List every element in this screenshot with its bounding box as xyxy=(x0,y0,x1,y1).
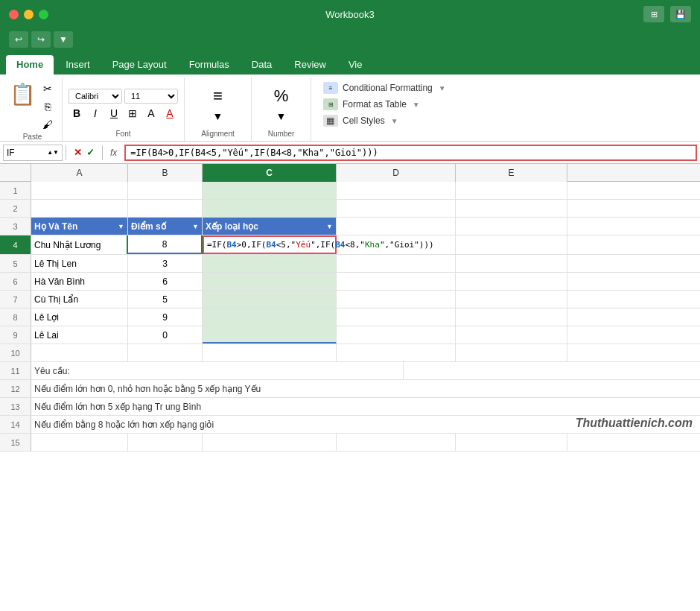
cell-b6[interactable]: 6 xyxy=(128,273,203,290)
col-header-b[interactable]: B xyxy=(128,164,203,182)
cell-a11[interactable]: Yêu cầu: xyxy=(31,362,404,379)
col-header-d[interactable]: D xyxy=(337,164,456,182)
col-header-a[interactable]: A xyxy=(31,164,128,182)
italic-icon[interactable]: I xyxy=(87,105,104,121)
tab-insert[interactable]: Insert xyxy=(55,55,101,75)
cut-icon[interactable]: ✂ xyxy=(39,80,56,97)
cell-b7[interactable]: 5 xyxy=(128,291,203,308)
cell-d9[interactable] xyxy=(337,326,456,344)
cell-a4[interactable]: Chu Nhật Lương xyxy=(31,235,128,254)
redo-icon[interactable]: ↪ xyxy=(31,31,51,48)
formula-input[interactable] xyxy=(124,145,697,161)
tab-review[interactable]: Review xyxy=(284,55,337,75)
percent-icon[interactable]: % xyxy=(274,86,289,106)
cell-d2[interactable] xyxy=(337,200,456,217)
cell-c6[interactable] xyxy=(203,273,337,290)
maximize-button[interactable] xyxy=(39,10,48,19)
cancel-formula-icon[interactable]: ✕ xyxy=(74,147,82,158)
tab-page-layout[interactable]: Page Layout xyxy=(102,55,177,75)
cell-d3[interactable] xyxy=(337,218,456,235)
border-icon[interactable]: ⊞ xyxy=(124,105,141,121)
cell-b1[interactable] xyxy=(128,182,203,199)
cell-c10[interactable] xyxy=(203,344,337,361)
cell-d6[interactable] xyxy=(337,273,456,290)
cell-b3[interactable]: Điểm số ▼ xyxy=(128,218,203,235)
number-dropdown-icon[interactable]: ▼ xyxy=(273,108,290,124)
cell-c3[interactable]: Xếp loại học ▼ xyxy=(203,218,337,235)
cell-c9[interactable] xyxy=(203,326,337,344)
cell-d5[interactable] xyxy=(337,255,456,272)
cell-b5[interactable]: 3 xyxy=(128,255,203,272)
cell-a14[interactable]: Nếu điểm bằng 8 hoặc lớn hơn xếp hạng gi… xyxy=(31,416,471,433)
cell-a3[interactable]: Họ Và Tên ▼ xyxy=(31,218,128,235)
cell-b10[interactable] xyxy=(128,344,203,361)
cell-e3[interactable] xyxy=(456,218,567,235)
cell-a9[interactable]: Lê Lai xyxy=(31,326,128,344)
cell-a1[interactable] xyxy=(31,182,128,199)
cell-e9[interactable] xyxy=(456,326,567,344)
alignment-dropdown-icon[interactable]: ▼ xyxy=(210,108,226,124)
cell-e7[interactable] xyxy=(456,291,567,308)
cell-e10[interactable] xyxy=(456,344,567,361)
font-color-icon[interactable]: A xyxy=(162,105,178,121)
cell-e5[interactable] xyxy=(456,255,567,272)
cell-a12[interactable]: Nếu điểm lớn hơn 0, nhỏ hơn hoặc bằng 5 … xyxy=(31,380,471,397)
col-header-e[interactable]: E xyxy=(456,164,567,182)
undo-icon[interactable]: ↩ xyxy=(9,31,28,48)
bold-icon[interactable]: B xyxy=(69,105,85,121)
confirm-formula-icon[interactable]: ✓ xyxy=(86,147,95,158)
font-size-selector[interactable]: 11 xyxy=(124,89,178,104)
format-as-table-item[interactable]: ⊞ Format as Table ▼ xyxy=(320,97,481,112)
cell-a6[interactable]: Hà Văn Bình xyxy=(31,273,128,290)
cell-styles-item[interactable]: ▦ Cell Styles ▼ xyxy=(320,113,481,128)
name-box[interactable]: IF ▲▼ xyxy=(3,145,63,161)
cell-e2[interactable] xyxy=(456,200,567,217)
cell-c8[interactable] xyxy=(203,308,337,326)
fill-color-icon[interactable]: A xyxy=(143,105,159,121)
tab-home[interactable]: Home xyxy=(6,55,54,75)
cell-c7[interactable] xyxy=(203,291,337,308)
cell-a10[interactable] xyxy=(31,344,128,361)
font-name-selector[interactable]: Calibri xyxy=(69,89,122,104)
close-button[interactable] xyxy=(9,10,19,19)
cell-a5[interactable]: Lê Thị Len xyxy=(31,255,128,272)
cell-e15[interactable] xyxy=(456,434,567,451)
window-controls[interactable] xyxy=(9,10,48,19)
cell-c5[interactable] xyxy=(203,255,337,272)
copy-icon[interactable]: ⎘ xyxy=(39,98,56,115)
cell-a7[interactable]: Cù Thị Lẩn xyxy=(31,291,128,308)
cell-d1[interactable] xyxy=(337,182,456,199)
cell-c4[interactable]: =IF(B4>0,IF(B4<5,"Yếu",IF(B4<8,"Kha","Gi… xyxy=(203,235,337,254)
cell-b2[interactable] xyxy=(128,200,203,217)
col-header-c[interactable]: C xyxy=(203,164,337,182)
cell-d15[interactable] xyxy=(337,434,456,451)
cell-c1[interactable] xyxy=(203,182,337,199)
cell-c15[interactable] xyxy=(203,434,337,451)
cell-e6[interactable] xyxy=(456,273,567,290)
minimize-button[interactable] xyxy=(24,10,34,19)
alignment-big-icon[interactable]: ≡ xyxy=(213,86,223,106)
cell-e8[interactable] xyxy=(456,308,567,326)
cell-a13[interactable]: Nếu điểm lớn hơn 5 xếp hạng Tr ung Bình xyxy=(31,398,471,415)
tab-view[interactable]: Vie xyxy=(338,55,373,75)
format-painter-icon[interactable]: 🖌 xyxy=(39,116,56,133)
cell-a8[interactable]: Lê Lợi xyxy=(31,308,128,326)
cell-d7[interactable] xyxy=(337,291,456,308)
cell-a15[interactable] xyxy=(31,434,128,451)
conditional-formatting-item[interactable]: ≡ Conditional Formatting ▼ xyxy=(320,80,481,95)
cell-a2[interactable] xyxy=(31,200,128,217)
cell-d8[interactable] xyxy=(337,308,456,326)
cell-b9[interactable]: 0 xyxy=(128,326,203,344)
cell-b8[interactable]: 9 xyxy=(128,308,203,326)
cell-e1[interactable] xyxy=(456,182,567,199)
cell-c2[interactable] xyxy=(203,200,337,217)
cell-b4[interactable]: 8 xyxy=(128,235,203,254)
cell-e4[interactable] xyxy=(456,235,567,254)
underline-icon[interactable]: U xyxy=(106,105,122,121)
cell-b15[interactable] xyxy=(128,434,203,451)
cell-d10[interactable] xyxy=(337,344,456,361)
toolbar-dropdown-icon[interactable]: ▼ xyxy=(54,31,73,48)
tab-data[interactable]: Data xyxy=(241,55,282,75)
tab-formulas[interactable]: Formulas xyxy=(179,55,240,75)
paste-icon[interactable]: 📋 xyxy=(10,80,36,107)
